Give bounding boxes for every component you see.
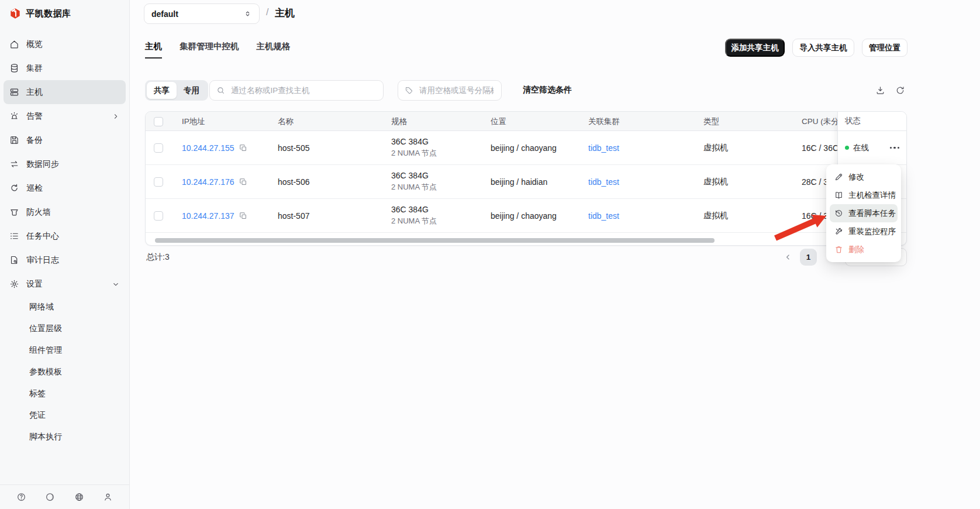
sidebar-item-audit-log[interactable]: 审计日志 bbox=[4, 248, 126, 272]
column-spec: 规格 bbox=[391, 112, 407, 131]
tag-icon bbox=[405, 86, 413, 95]
host-type-segment: 共享 专用 bbox=[145, 80, 208, 101]
sidebar-subitem-location-hierarchy[interactable]: 位置层级 bbox=[4, 318, 126, 339]
subitem-label: 网络域 bbox=[29, 302, 54, 312]
sidebar: 平凯数据库 概览 集群 主机 告警 备份 数据同步 巡检 bbox=[0, 0, 130, 509]
sidebar-item-overview[interactable]: 概览 bbox=[4, 32, 126, 56]
sidebar-item-label: 审计日志 bbox=[26, 255, 59, 266]
sidebar-nav: 概览 集群 主机 告警 备份 数据同步 巡检 防火墙 bbox=[0, 32, 129, 448]
sidebar-item-clusters[interactable]: 集群 bbox=[4, 56, 126, 80]
clear-filters-button[interactable]: 清空筛选条件 bbox=[523, 85, 572, 95]
sidebar-item-label: 概览 bbox=[26, 39, 43, 50]
menu-item-view-script-tasks[interactable]: 查看脚本任务 bbox=[830, 204, 898, 222]
host-ip-link[interactable]: 10.244.27.137 bbox=[182, 211, 234, 221]
segment-shared[interactable]: 共享 bbox=[147, 82, 177, 99]
copy-icon[interactable] bbox=[239, 178, 247, 186]
cluster-link[interactable]: tidb_test bbox=[588, 177, 619, 187]
row-context-menu: 修改 主机检查详情 查看脚本任务 重装监控程序 删除 bbox=[826, 164, 901, 262]
scope-select[interactable]: default bbox=[144, 4, 260, 24]
globe-icon[interactable] bbox=[74, 492, 84, 502]
host-ip-link[interactable]: 10.244.27.176 bbox=[182, 177, 234, 187]
spec-line2: 2 NUMA 节点 bbox=[391, 216, 437, 226]
import-shared-host-button[interactable]: 导入共享主机 bbox=[792, 39, 854, 57]
menu-item-reinstall-monitor-agent[interactable]: 重装监控程序 bbox=[830, 222, 898, 240]
home-icon bbox=[9, 39, 19, 49]
tab-cluster-control-machine[interactable]: 集群管理中控机 bbox=[180, 41, 239, 59]
sidebar-subitem-parameter-templates[interactable]: 参数模板 bbox=[4, 361, 126, 383]
host-ip-link[interactable]: 10.244.27.155 bbox=[182, 143, 234, 153]
sidebar-subitem-script-execution[interactable]: 脚本执行 bbox=[4, 426, 126, 448]
sidebar-subitem-tags[interactable]: 标签 bbox=[4, 383, 126, 404]
sidebar-item-label: 设置 bbox=[26, 279, 43, 290]
host-name: host-506 bbox=[278, 165, 309, 198]
search-icon bbox=[216, 86, 225, 95]
brand-name: 平凯数据库 bbox=[26, 8, 71, 19]
previous-page-button[interactable] bbox=[784, 253, 792, 262]
manage-location-button[interactable]: 管理位置 bbox=[862, 39, 907, 57]
spec-line2: 2 NUMA 节点 bbox=[391, 182, 437, 192]
cluster-link[interactable]: tidb_test bbox=[588, 143, 619, 153]
menu-item-delete[interactable]: 删除 bbox=[830, 240, 898, 259]
spec-line1: 36C 384G bbox=[391, 205, 429, 214]
sidebar-item-backup[interactable]: 备份 bbox=[4, 128, 126, 152]
sidebar-subitem-credentials[interactable]: 凭证 bbox=[4, 404, 126, 426]
chevron-down-icon bbox=[112, 280, 120, 288]
row-actions-button[interactable] bbox=[889, 144, 901, 152]
host-cpu: 16C / 36C bbox=[802, 131, 838, 164]
menu-item-host-check-detail[interactable]: 主机检查详情 bbox=[830, 186, 898, 204]
host-type: 虚拟机 bbox=[703, 199, 728, 232]
sidebar-item-hosts[interactable]: 主机 bbox=[4, 80, 126, 104]
horizontal-scrollbar[interactable] bbox=[155, 238, 715, 243]
sidebar-item-task-center[interactable]: 任务中心 bbox=[4, 224, 126, 248]
tab-hosts[interactable]: 主机 bbox=[145, 41, 162, 59]
history-icon bbox=[834, 209, 843, 218]
column-name: 名称 bbox=[278, 112, 294, 131]
segment-dedicated[interactable]: 专用 bbox=[177, 82, 206, 99]
menu-item-label: 修改 bbox=[848, 172, 864, 183]
tab-host-spec[interactable]: 主机规格 bbox=[257, 41, 291, 59]
sidebar-item-settings[interactable]: 设置 bbox=[4, 272, 126, 296]
sidebar-subitem-component-management[interactable]: 组件管理 bbox=[4, 339, 126, 361]
copy-icon[interactable] bbox=[239, 212, 247, 220]
row-checkbox[interactable] bbox=[154, 177, 163, 187]
chevron-right-icon bbox=[112, 112, 120, 121]
siren-icon bbox=[9, 111, 19, 121]
subitem-label: 位置层级 bbox=[29, 324, 62, 334]
sidebar-item-label: 数据同步 bbox=[26, 159, 59, 170]
refresh-icon[interactable] bbox=[895, 85, 905, 95]
user-icon[interactable] bbox=[103, 492, 113, 502]
tools-icon bbox=[834, 227, 843, 236]
sidebar-item-inspection[interactable]: 巡检 bbox=[4, 176, 126, 200]
tabs: 主机 集群管理中控机 主机规格 bbox=[145, 41, 291, 59]
tag-filter-input[interactable] bbox=[418, 85, 495, 95]
column-location: 位置 bbox=[491, 112, 506, 131]
select-all-checkbox[interactable] bbox=[154, 117, 163, 126]
search-input[interactable] bbox=[230, 85, 377, 95]
menu-item-edit[interactable]: 修改 bbox=[830, 168, 898, 186]
server-icon bbox=[9, 87, 19, 97]
add-shared-host-button[interactable]: 添加共享主机 bbox=[725, 39, 785, 57]
download-icon[interactable] bbox=[875, 85, 885, 95]
row-checkbox[interactable] bbox=[154, 211, 163, 221]
copy-icon[interactable] bbox=[239, 144, 247, 152]
subitem-label: 脚本执行 bbox=[29, 432, 62, 442]
select-updown-icon bbox=[243, 9, 252, 18]
table-row: 10.244.27.176 host-506 36C 384G2 NUMA 节点… bbox=[146, 165, 906, 199]
subitem-label: 组件管理 bbox=[29, 345, 62, 356]
book-open-icon bbox=[834, 191, 843, 200]
sidebar-subitem-network-domain[interactable]: 网络域 bbox=[4, 296, 126, 318]
sidebar-item-data-sync[interactable]: 数据同步 bbox=[4, 152, 126, 176]
sidebar-item-firewall[interactable]: 防火墙 bbox=[4, 200, 126, 224]
sidebar-item-label: 告警 bbox=[26, 111, 43, 122]
sidebar-item-alerts[interactable]: 告警 bbox=[4, 104, 126, 128]
status-online-dot bbox=[845, 146, 849, 150]
host-type: 虚拟机 bbox=[703, 131, 728, 164]
table-header-row: IP地址 名称 规格 位置 关联集群 类型 CPU (未分配/总) bbox=[146, 112, 906, 131]
cluster-link[interactable]: tidb_test bbox=[588, 211, 619, 221]
page-number-button[interactable]: 1 bbox=[800, 249, 817, 266]
theme-toggle-icon[interactable] bbox=[45, 492, 55, 502]
row-checkbox[interactable] bbox=[154, 143, 163, 153]
sync-arrows-icon bbox=[9, 159, 19, 169]
help-icon[interactable] bbox=[16, 492, 26, 502]
tag-filter-box bbox=[398, 80, 502, 101]
